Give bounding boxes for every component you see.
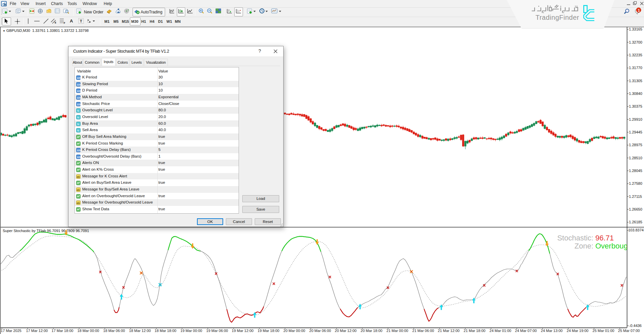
svg-text:1: 1 xyxy=(638,8,640,12)
svg-text:½: ½ xyxy=(77,123,80,126)
svg-text:ab: ab xyxy=(77,188,80,191)
svg-text:T: T xyxy=(80,19,82,23)
svg-text:½: ½ xyxy=(77,109,80,112)
svg-text:½: ½ xyxy=(77,116,80,119)
svg-text:ab: ab xyxy=(77,175,80,178)
svg-text:E: E xyxy=(55,21,56,24)
svg-text:123: 123 xyxy=(77,77,81,79)
svg-text:F: F xyxy=(64,22,65,24)
svg-text:123: 123 xyxy=(77,83,81,86)
svg-text:123: 123 xyxy=(77,103,81,105)
svg-text:123: 123 xyxy=(77,96,81,99)
svg-text:123: 123 xyxy=(77,149,81,152)
svg-text:ab: ab xyxy=(77,202,80,205)
svg-text:½: ½ xyxy=(77,129,80,132)
svg-text:123: 123 xyxy=(77,156,81,158)
svg-text:123: 123 xyxy=(77,90,81,92)
